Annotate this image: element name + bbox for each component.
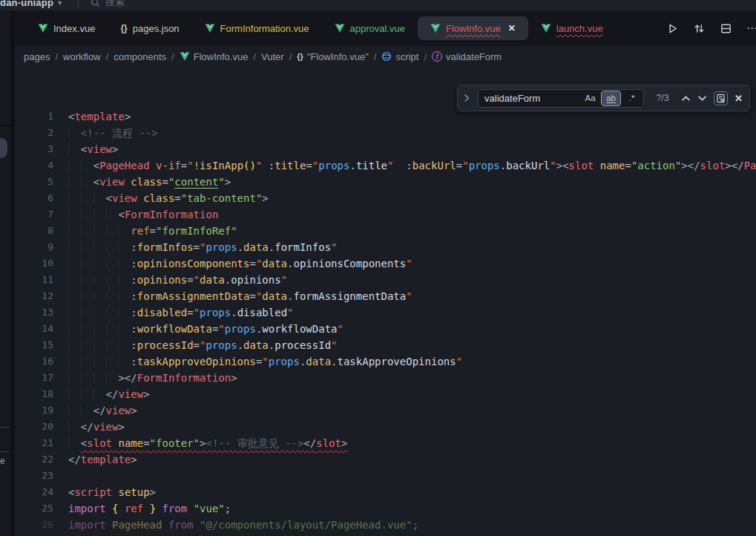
tab-label: approval.vue (350, 23, 405, 34)
tab-approval-vue[interactable]: approval.vue (322, 16, 418, 40)
vue-icon (541, 24, 551, 33)
code-line-content: <!-- 流程 --> (68, 125, 158, 141)
code-line[interactable]: 14 :workflowData="props.workflowData" (15, 321, 756, 337)
match-count: ?/3 (651, 93, 674, 103)
code-line[interactable]: 21 <slot name="footer"><!-- 审批意见 --></sl… (15, 435, 756, 451)
search-box[interactable]: 搜索 (91, 0, 125, 9)
tab-flowinfo-vue[interactable]: FlowInfo.vue✕ (418, 16, 528, 40)
play-icon[interactable] (666, 22, 679, 35)
breadcrumb: pages/workflow/components/FlowInfo.vue/V… (15, 46, 756, 67)
code-line-content: import { ref } from "vue"; (68, 500, 231, 517)
code-line[interactable]: 10 :opinionsComponents="data.opinionsCom… (15, 255, 756, 272)
code-line-content: <PageHead v-if="!isInApp()" :title="prop… (68, 157, 756, 174)
code-line-content: :workflowData="props.workflowData" (68, 321, 344, 337)
method-symbol-icon: f (432, 51, 442, 62)
tab-launch-vue[interactable]: launch.vue (528, 16, 616, 40)
code-line-content: </view> (68, 402, 137, 419)
code-line[interactable]: 15 :processId="props.data.processId" (15, 337, 756, 353)
project-name[interactable]: dan-uniapp (0, 0, 53, 8)
chevron-down-icon[interactable]: ▾ (58, 0, 62, 7)
breadcrumb-item-vuter[interactable]: Vuter (261, 51, 284, 62)
code-line-content: :opinionsComponents="data.opinionsCompon… (68, 255, 412, 272)
breadcrumb-separator: / (106, 51, 109, 62)
find-widget: Aaab.* ?/3 ✕ (457, 85, 750, 111)
breadcrumb-item-flowinfo-vue[interactable]: {}"FlowInfo.vue" (297, 51, 369, 62)
breadcrumb-item-pages[interactable]: pages (24, 51, 50, 62)
previous-match-icon[interactable] (681, 94, 691, 103)
braces-icon: {} (120, 23, 127, 33)
line-number: 17 (15, 370, 53, 386)
code-line[interactable]: 18 </view> (15, 386, 756, 402)
module-symbol-icon (381, 51, 392, 62)
code-line-content: <FormInformation (68, 206, 218, 223)
tab-index-vue[interactable]: Index.vue (25, 16, 108, 40)
breadcrumb-item-script[interactable]: script (381, 51, 418, 62)
code-line[interactable]: 26import PageHead from "@/components/lay… (15, 517, 756, 533)
tab-pages-json[interactable]: {}pages.json (108, 16, 191, 40)
split-editor-icon[interactable] (720, 22, 732, 35)
breadcrumb-item-validateform[interactable]: fvalidateForm (432, 51, 502, 62)
line-number: 9 (15, 239, 53, 255)
code-line[interactable]: 17 ></FormInformation> (15, 370, 756, 386)
breadcrumb-separator: / (374, 51, 377, 62)
code-line[interactable]: 23 (15, 468, 756, 484)
code-line[interactable]: 4 <PageHead v-if="!isInApp()" :title="pr… (15, 157, 756, 174)
find-input[interactable] (479, 93, 581, 104)
use-regex-toggle[interactable]: .* (622, 91, 641, 105)
editor-actions: ⋯ (659, 10, 756, 46)
code-line[interactable]: 8 ref="formInfoRef" (15, 223, 756, 239)
vue-icon (335, 24, 345, 33)
whole-word-toggle[interactable]: ab (602, 91, 620, 105)
line-number: 16 (15, 353, 53, 370)
code-line[interactable]: 19 </view> (15, 402, 756, 419)
search-icon (91, 0, 100, 7)
sidebar-divider (0, 125, 10, 126)
code-line-content: <script setup> (68, 484, 156, 500)
code-editor[interactable]: 1<template>2 <!-- 流程 -->3 <view>4 <PageH… (15, 67, 756, 533)
line-number: 18 (15, 386, 53, 402)
line-number: 6 (15, 190, 53, 206)
code-line[interactable]: 24<script setup> (15, 484, 756, 500)
line-number: 4 (15, 157, 53, 174)
more-actions-icon[interactable]: ⋯ (746, 22, 756, 35)
match-case-toggle[interactable]: Aa (581, 91, 599, 105)
code-line-content: ref="formInfoRef" (68, 223, 237, 239)
code-line[interactable]: 2 <!-- 流程 --> (15, 125, 756, 141)
close-icon[interactable]: ✕ (734, 93, 743, 104)
compare-changes-icon[interactable] (693, 22, 706, 35)
code-line[interactable]: 12 :formAssignmentData="data.formAssignm… (15, 288, 756, 304)
breadcrumb-label: workflow (63, 51, 101, 62)
tab-forminformation-vue[interactable]: FormInformation.vue (192, 16, 322, 40)
tab-label: launch.vue (556, 23, 603, 34)
code-line[interactable]: 16 :taskApproveOpinions="props.data.task… (15, 353, 756, 370)
code-line-content: :opinions="data.opinions" (68, 272, 287, 288)
code-line[interactable]: 22</template> (15, 451, 756, 468)
code-line[interactable]: 7 <FormInformation (15, 206, 756, 223)
tab-label: Index.vue (53, 23, 95, 34)
sidebar-handle[interactable] (0, 138, 7, 158)
line-number: 10 (15, 255, 53, 272)
code-line[interactable]: 25import { ref } from "vue"; (15, 500, 756, 517)
code-line[interactable]: 6 <view class="tab-content"> (15, 190, 756, 206)
code-line[interactable]: 3 <view> (15, 141, 756, 157)
sidebar-edge: e (0, 10, 10, 536)
breadcrumb-item-workflow[interactable]: workflow (63, 51, 101, 62)
breadcrumb-item-components[interactable]: components (114, 51, 166, 62)
breadcrumb-label: validateForm (446, 51, 502, 62)
tab-close-icon[interactable]: ✕ (508, 23, 516, 33)
breadcrumb-label: Vuter (261, 51, 284, 62)
code-line[interactable]: 9 :formInfos="props.data.formInfos" (15, 239, 756, 255)
code-line[interactable]: 5 <view class="content"> (15, 174, 756, 190)
line-number: 21 (15, 435, 53, 451)
breadcrumb-item-flowinfo-vue[interactable]: FlowInfo.vue (180, 51, 249, 62)
find-in-selection-icon[interactable] (714, 91, 728, 105)
code-line[interactable]: 20 </view> (15, 419, 756, 435)
breadcrumb-separator: / (289, 51, 292, 62)
chevron-right-icon[interactable] (462, 94, 471, 102)
line-number: 25 (15, 500, 53, 517)
code-line[interactable]: 11 :opinions="data.opinions" (15, 272, 756, 288)
vue-icon (38, 24, 48, 33)
next-match-icon[interactable] (697, 94, 707, 103)
vue-icon (205, 24, 215, 33)
code-line[interactable]: 13 :disabled="props.disabled" (15, 304, 756, 321)
